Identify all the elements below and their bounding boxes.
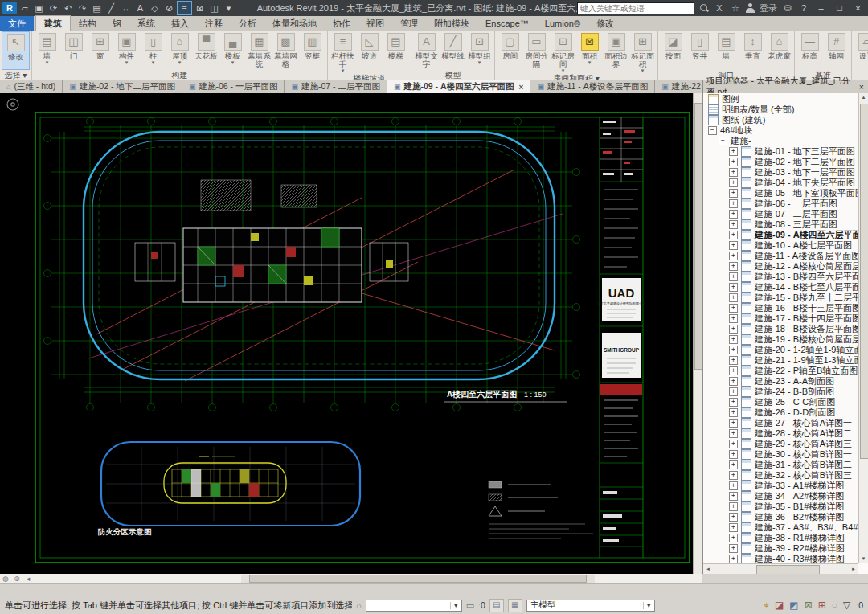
ribbon-tab-管理[interactable]: 管理 bbox=[392, 16, 426, 31]
canvas-vertical-scrollbar[interactable] bbox=[693, 93, 702, 574]
expand-toggle-icon[interactable]: + bbox=[729, 450, 738, 459]
expand-toggle-icon[interactable]: + bbox=[729, 325, 738, 334]
expand-toggle-icon[interactable]: + bbox=[729, 366, 738, 375]
design-option-select[interactable]: 主模型 ▼ bbox=[526, 600, 655, 612]
expand-toggle-icon[interactable]: − bbox=[719, 137, 727, 145]
expand-toggle-icon[interactable]: + bbox=[729, 429, 738, 438]
ribbon-tab-插入[interactable]: 插入 bbox=[163, 16, 197, 31]
dropdown-arrow-icon[interactable]: ▾ bbox=[231, 60, 235, 65]
curtain-system-button[interactable]: ▦幕墙系统 bbox=[246, 31, 272, 68]
tag-room-button[interactable]: ⊡标记房间▾ bbox=[550, 31, 576, 73]
worksets-dialog-icon[interactable]: ▤ bbox=[489, 599, 504, 612]
collapse-icon[interactable]: ◂ bbox=[23, 575, 34, 583]
expand-toggle-icon[interactable]: + bbox=[729, 555, 738, 563]
document-tab[interactable]: ▣建施-11 - A楼设备层平面图 bbox=[530, 80, 655, 93]
account-icon[interactable] bbox=[746, 3, 755, 13]
maximize-button[interactable]: □ bbox=[833, 3, 846, 13]
ribbon-tab-Enscape™[interactable]: Enscape™ bbox=[477, 16, 537, 31]
dormer-opening-button[interactable]: ⌂老虎窗 bbox=[766, 31, 792, 68]
expand-toggle-icon[interactable]: + bbox=[729, 356, 738, 365]
wall-button[interactable]: ▤墙▾ bbox=[34, 31, 60, 68]
wall-opening-button[interactable]: ▤墙 bbox=[713, 31, 739, 68]
dropdown-arrow-icon[interactable]: ▾ bbox=[478, 60, 481, 65]
expand-toggle-icon[interactable]: + bbox=[729, 513, 738, 522]
dropdown-arrow-icon[interactable]: ▾ bbox=[588, 60, 592, 65]
sync-icon[interactable]: ⟳ bbox=[47, 2, 60, 14]
browser-close-icon[interactable]: × bbox=[859, 82, 868, 92]
grid-button[interactable]: #轴网 bbox=[823, 31, 850, 68]
exchange-apps-icon[interactable]: X bbox=[714, 3, 725, 13]
undo-icon[interactable]: ↶ bbox=[61, 2, 75, 14]
ribbon-tab-注释[interactable]: 注释 bbox=[197, 16, 231, 31]
curtain-grid-button[interactable]: ▩幕墙网格 bbox=[272, 31, 299, 68]
dropdown-arrow-icon[interactable]: ▾ bbox=[152, 60, 155, 65]
expand-toggle-icon[interactable]: + bbox=[729, 502, 738, 511]
scroll-down-icon[interactable]: ▼ bbox=[859, 555, 868, 563]
ribbon-tab-修改[interactable]: 修改 bbox=[588, 16, 622, 31]
area-button[interactable]: ⊠面积▾ bbox=[576, 31, 603, 68]
ribbon-tab-协作[interactable]: 协作 bbox=[325, 16, 358, 31]
thin-lines-icon[interactable]: ≡ bbox=[177, 1, 192, 15]
modify-button[interactable]: ↖修改 bbox=[2, 31, 30, 70]
expand-toggle-icon[interactable]: + bbox=[729, 534, 738, 542]
expand-toggle-icon[interactable]: + bbox=[729, 335, 738, 344]
scroll-left-icon[interactable]: ◄ bbox=[703, 564, 713, 574]
customize-qat-icon[interactable]: ▾ bbox=[222, 2, 235, 14]
document-tab[interactable]: ▣建施-02 - 地下二层平面图 bbox=[63, 80, 182, 93]
revit-logo-icon[interactable]: R bbox=[2, 2, 17, 14]
measure-icon[interactable]: ╱ bbox=[104, 2, 118, 14]
expand-toggle-icon[interactable]: + bbox=[729, 440, 738, 448]
roof-button[interactable]: ⌂屋顶▾ bbox=[166, 31, 193, 68]
active-workset-select[interactable]: ▼ bbox=[366, 600, 462, 612]
dropdown-arrow-icon[interactable]: ▾ bbox=[46, 60, 49, 65]
expand-toggle-icon[interactable]: + bbox=[729, 272, 738, 281]
help-icon[interactable]: ? bbox=[798, 3, 809, 13]
document-tab[interactable]: ⌂(三维 - htd) bbox=[0, 80, 63, 93]
expand-toggle-icon[interactable]: + bbox=[729, 252, 738, 260]
expand-toggle-icon[interactable]: + bbox=[729, 199, 738, 208]
tree-item[interactable]: +建施-40 - R3#楼梯详图 bbox=[703, 554, 858, 563]
select-by-face-icon[interactable]: ⊠ bbox=[805, 600, 813, 611]
area-boundary-button[interactable]: ▣面积边界 bbox=[603, 31, 629, 68]
expand-toggle-icon[interactable]: + bbox=[729, 408, 738, 417]
close-button[interactable]: × bbox=[851, 3, 865, 13]
document-tab[interactable]: ▣建施-09 - A楼四至六层平面图× bbox=[387, 80, 530, 93]
print-icon[interactable]: ▤ bbox=[90, 2, 104, 14]
expand-toggle-icon[interactable]: + bbox=[729, 262, 738, 271]
expand-toggle-icon[interactable]: + bbox=[729, 220, 738, 229]
expand-toggle-icon[interactable]: + bbox=[729, 377, 738, 386]
model-text-button[interactable]: A模型文字 bbox=[413, 31, 440, 68]
expand-toggle-icon[interactable]: − bbox=[708, 126, 717, 135]
search-icon[interactable] bbox=[699, 3, 709, 13]
room-separator-button[interactable]: ▭房间分隔 bbox=[523, 31, 550, 68]
expand-toggle-icon[interactable]: + bbox=[729, 346, 738, 354]
ribbon-tab-体量和场地[interactable]: 体量和场地 bbox=[264, 16, 325, 31]
room-button[interactable]: ▢房间 bbox=[497, 31, 523, 68]
expand-toggle-icon[interactable]: + bbox=[729, 492, 738, 501]
opening-by-face-button[interactable]: ◪按面 bbox=[660, 31, 686, 68]
ramp-button[interactable]: ◺坡道 bbox=[356, 31, 383, 68]
expand-toggle-icon[interactable]: + bbox=[729, 158, 738, 166]
model-group-button[interactable]: ⊡模型组▾ bbox=[466, 31, 493, 68]
expand-toggle-icon[interactable]: + bbox=[729, 481, 738, 490]
ribbon-tab-附加模块[interactable]: 附加模块 bbox=[426, 16, 477, 31]
expand-toggle-icon[interactable]: + bbox=[729, 544, 738, 553]
document-tab[interactable]: ▣建施-06 - 一层平面图 bbox=[182, 80, 285, 93]
redo-icon[interactable]: ↷ bbox=[76, 2, 89, 14]
save-icon[interactable]: ▣ bbox=[32, 2, 46, 14]
switch-windows-icon[interactable]: ◫ bbox=[207, 2, 221, 14]
tree-item[interactable]: −46#地块 bbox=[703, 125, 858, 136]
browser-vertical-scrollbar[interactable]: ▲ ▼ bbox=[858, 93, 868, 563]
ribbon-tab-视图[interactable]: 视图 bbox=[358, 16, 392, 31]
document-tab[interactable]: ▣建施-07 - 二层平面图 bbox=[285, 80, 387, 93]
column-button[interactable]: ▯柱▾ bbox=[140, 31, 166, 68]
expand-toggle-icon[interactable]: + bbox=[729, 387, 738, 396]
expand-toggle-icon[interactable]: + bbox=[729, 283, 738, 292]
selection-filter-icon[interactable]: ▽ bbox=[843, 600, 850, 611]
set-workplane-button[interactable]: ▱设置 bbox=[854, 31, 868, 68]
editing-requests-icon[interactable]: ▭ bbox=[466, 600, 474, 611]
ceiling-button[interactable]: ▀天花板 bbox=[193, 31, 219, 68]
mullion-button[interactable]: ▥竖梃 bbox=[299, 31, 326, 68]
level-button[interactable]: —标高 bbox=[796, 31, 823, 68]
expand-toggle-icon[interactable]: + bbox=[729, 419, 738, 428]
